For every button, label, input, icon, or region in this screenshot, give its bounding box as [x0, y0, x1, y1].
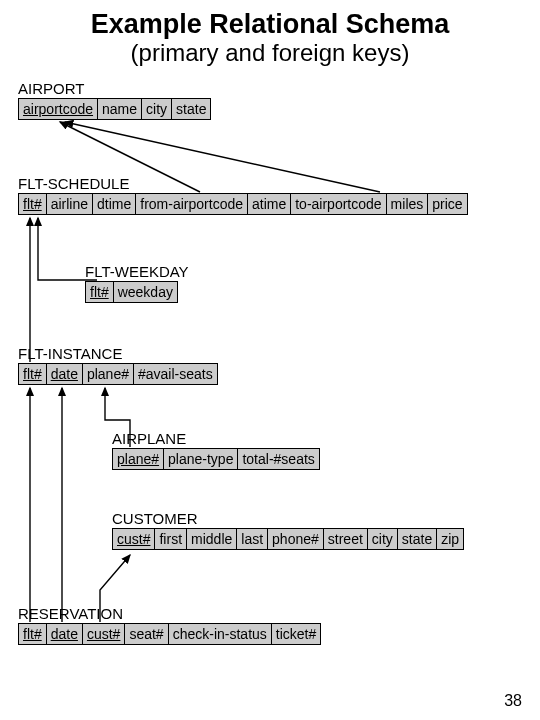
- col-flt: flt#: [19, 194, 47, 214]
- col-first: first: [155, 529, 187, 549]
- col-plane: plane#: [113, 449, 164, 469]
- page-number: 38: [504, 692, 522, 710]
- col-state: state: [398, 529, 437, 549]
- col-name: name: [98, 99, 142, 119]
- col-price: price: [428, 194, 466, 214]
- col-airportcode: airportcode: [19, 99, 98, 119]
- col-dtime: dtime: [93, 194, 136, 214]
- fltweekday-label: FLT-WEEKDAY: [85, 263, 189, 280]
- col-avail: #avail-seats: [134, 364, 217, 384]
- col-plane: plane#: [83, 364, 134, 384]
- fltinstance-label: FLT-INSTANCE: [18, 345, 122, 362]
- col-seat: seat#: [125, 624, 168, 644]
- page-title: Example Relational Schema: [0, 0, 540, 40]
- col-state: state: [172, 99, 210, 119]
- col-type: plane-type: [164, 449, 238, 469]
- fltschedule-table: flt# airline dtime from-airportcode atim…: [18, 193, 468, 215]
- col-checkin: check-in-status: [169, 624, 272, 644]
- col-city: city: [142, 99, 172, 119]
- col-weekday: weekday: [114, 282, 177, 302]
- fltinstance-table: flt# date plane# #avail-seats: [18, 363, 218, 385]
- airplane-table: plane# plane-type total-#seats: [112, 448, 320, 470]
- airport-label: AIRPORT: [18, 80, 84, 97]
- col-last: last: [237, 529, 268, 549]
- col-zip: zip: [437, 529, 463, 549]
- col-city: city: [368, 529, 398, 549]
- col-miles: miles: [387, 194, 429, 214]
- col-airline: airline: [47, 194, 93, 214]
- page-subtitle: (primary and foreign keys): [0, 40, 540, 66]
- airport-table: airportcode name city state: [18, 98, 211, 120]
- customer-table: cust# first middle last phone# street ci…: [112, 528, 464, 550]
- col-cust: cust#: [83, 624, 125, 644]
- col-date: date: [47, 624, 83, 644]
- col-phone: phone#: [268, 529, 324, 549]
- reservation-table: flt# date cust# seat# check-in-status ti…: [18, 623, 321, 645]
- col-flt: flt#: [19, 364, 47, 384]
- col-cust: cust#: [113, 529, 155, 549]
- customer-label: CUSTOMER: [112, 510, 198, 527]
- reservation-label: RESERVATION: [18, 605, 123, 622]
- col-flt: flt#: [19, 624, 47, 644]
- col-atime: atime: [248, 194, 291, 214]
- col-ticket: ticket#: [272, 624, 320, 644]
- fltweekday-table: flt# weekday: [85, 281, 178, 303]
- col-seats: total-#seats: [238, 449, 318, 469]
- col-date: date: [47, 364, 83, 384]
- col-to: to-airportcode: [291, 194, 386, 214]
- col-street: street: [324, 529, 368, 549]
- col-from: from-airportcode: [136, 194, 248, 214]
- col-middle: middle: [187, 529, 237, 549]
- fltschedule-label: FLT-SCHEDULE: [18, 175, 129, 192]
- airplane-label: AIRPLANE: [112, 430, 186, 447]
- col-flt: flt#: [86, 282, 114, 302]
